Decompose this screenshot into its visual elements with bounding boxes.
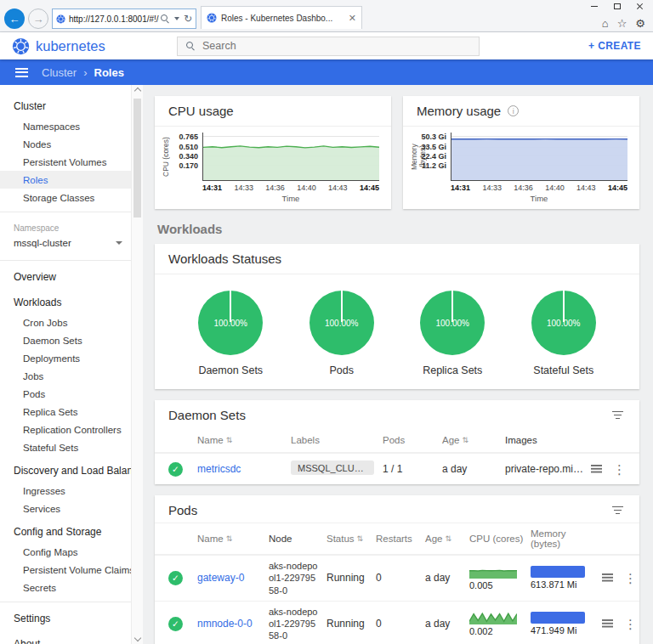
sidebar-item-jobs[interactable]: Jobs xyxy=(0,367,131,385)
filter-icon[interactable] xyxy=(610,409,626,422)
minimize-icon xyxy=(591,6,598,7)
sidebar-item-storage-classes[interactable]: Storage Classes xyxy=(0,189,131,206)
kebab-menu-icon[interactable]: ⋮ xyxy=(624,620,637,628)
gear-icon[interactable]: ⚙ xyxy=(635,18,645,29)
y-tick: 50.3 Gi xyxy=(421,133,446,141)
browser-forward-button[interactable]: → xyxy=(28,8,48,29)
sidebar-scrollbar-thumb[interactable] xyxy=(133,99,141,217)
logs-icon[interactable] xyxy=(602,619,613,629)
logs-icon[interactable] xyxy=(602,573,613,583)
sidebar-item-secrets[interactable]: Secrets xyxy=(0,579,131,596)
sort-icon[interactable]: ⇅ xyxy=(462,436,468,444)
logs-icon[interactable] xyxy=(591,465,602,474)
x-tick: 14:40 xyxy=(545,184,565,192)
sidebar-item-nodes[interactable]: Nodes xyxy=(0,135,131,153)
cpu-value: 0.005 xyxy=(469,580,493,590)
sort-icon[interactable]: ⇅ xyxy=(445,534,451,543)
sidebar-item-ingresses[interactable]: Ingresses xyxy=(0,482,131,500)
donut-label: Pods xyxy=(330,364,355,376)
breadcrumb-separator: › xyxy=(83,66,87,79)
window-minimize-button[interactable] xyxy=(582,0,605,13)
cpu-usage-chart xyxy=(202,133,379,181)
sidebar-scrollbar[interactable] xyxy=(131,85,143,644)
sort-icon[interactable]: ⇅ xyxy=(226,534,233,543)
column-header-name[interactable]: Name⇅ xyxy=(197,534,269,544)
browser-chrome: ← → http://127.0.0.1:8001/#!/overview?na… xyxy=(0,0,653,32)
column-header-age[interactable]: Age⇅ xyxy=(425,534,469,544)
breadcrumb-cluster-link[interactable]: Cluster xyxy=(42,66,77,79)
x-tick: 14:40 xyxy=(297,184,316,192)
address-dropdown-icon[interactable] xyxy=(174,17,179,20)
sidebar-item-cron-jobs[interactable]: Cron Jobs xyxy=(0,314,131,331)
sidebar-item-daemon-sets[interactable]: Daemon Sets xyxy=(0,331,131,349)
sidebar-header-config-storage[interactable]: Config and Storage xyxy=(0,521,131,543)
scroll-up-icon[interactable] xyxy=(133,88,140,94)
pod-name-link[interactable]: gateway-0 xyxy=(197,572,269,584)
sidebar-item-settings[interactable]: Settings xyxy=(0,607,131,630)
sidebar-item-persistent-volumes[interactable]: Persistent Volumes xyxy=(0,153,131,171)
sidebar-header-discovery[interactable]: Discovery and Load Balancing xyxy=(0,460,131,482)
y-tick: 0.170 xyxy=(179,161,198,170)
donut-label: Replica Sets xyxy=(423,364,482,376)
sidebar-item-persistent-volume-claims[interactable]: Persistent Volume Claims xyxy=(0,561,131,579)
sidebar-item-replication-controllers[interactable]: Replication Controllers xyxy=(0,421,131,438)
x-tick: 14:45 xyxy=(360,184,379,192)
sidebar-header-workloads[interactable]: Workloads xyxy=(0,291,131,314)
sidebar-item-config-maps[interactable]: Config Maps xyxy=(0,543,131,561)
sidebar-item-services[interactable]: Services xyxy=(0,500,131,517)
home-icon[interactable]: ⌂ xyxy=(602,18,609,29)
breadcrumb: Cluster › Roles xyxy=(42,66,124,79)
favorites-star-icon[interactable]: ☆ xyxy=(617,18,627,29)
address-search-icon[interactable] xyxy=(161,14,170,24)
namespace-value: mssql-cluster xyxy=(14,238,71,248)
sidebar-item-roles[interactable]: Roles xyxy=(0,171,131,189)
sort-icon[interactable]: ⇅ xyxy=(226,436,233,444)
sidebar-item-replica-sets[interactable]: Replica Sets xyxy=(0,403,131,421)
donut-stateful-sets: 100.00% Stateful Sets xyxy=(513,291,615,376)
daemon-sets-card: Daemon Sets Name⇅ Labels Pods Age⇅ Image… xyxy=(155,400,639,484)
column-header-status[interactable]: Status⇅ xyxy=(326,534,376,544)
sidebar-item-overview[interactable]: Overview xyxy=(0,266,131,288)
sidebar-item-pods[interactable]: Pods xyxy=(0,385,131,403)
create-button[interactable]: + CREATE xyxy=(588,40,641,52)
address-bar[interactable]: http://127.0.0.1:8001/#!/overview?namesp… xyxy=(52,8,196,29)
tab-close-icon[interactable]: ✕ xyxy=(349,13,356,24)
daemonset-name-link[interactable]: metricsdc xyxy=(197,463,291,475)
browser-back-button[interactable]: ← xyxy=(4,8,25,29)
donut-daemon-sets: 100.00% Daemon Sets xyxy=(179,291,281,376)
filter-icon[interactable] xyxy=(610,504,626,517)
sidebar-item-stateful-sets[interactable]: Stateful Sets xyxy=(0,438,131,456)
namespace-select[interactable]: mssql-cluster xyxy=(0,234,131,255)
kebab-menu-icon[interactable]: ⋮ xyxy=(613,466,626,473)
column-header-restarts: Restarts xyxy=(376,534,425,544)
search-icon xyxy=(186,42,196,51)
status-donuts: 100.00% Daemon Sets 100.00% Pods 100.00%… xyxy=(155,274,639,389)
column-header-age[interactable]: Age⇅ xyxy=(442,435,505,445)
kebab-menu-icon[interactable]: ⋮ xyxy=(624,574,637,582)
pod-name-link[interactable]: nmnode-0-0 xyxy=(197,618,269,630)
node-value: aks-nodepool1-22979558-0 xyxy=(269,606,326,642)
browser-tab[interactable]: Roles - Kubernetes Dashbo... ✕ xyxy=(201,6,362,29)
cpu-sparkline xyxy=(469,612,517,624)
cpu-usage-card: CPU usage CPU (cores) 0.765 0.510 0.340 … xyxy=(155,96,391,209)
x-tick: 14:33 xyxy=(234,184,253,192)
search-input[interactable] xyxy=(202,40,472,52)
table-row: ✓ nmnode-0-0 aks-nodepool1-22979558-0 Ru… xyxy=(155,601,639,644)
sidebar-item-about[interactable]: About xyxy=(0,633,131,644)
window-maximize-button[interactable] xyxy=(605,0,628,13)
refresh-icon[interactable]: ↻ xyxy=(184,14,192,24)
sidebar-item-deployments[interactable]: Deployments xyxy=(0,349,131,367)
x-tick: 14:43 xyxy=(328,184,348,192)
y-tick: 11.2 Gi xyxy=(422,161,446,170)
cpu-x-ticks: 14:31 14:33 14:36 14:40 14:43 14:45 xyxy=(202,184,379,192)
kubernetes-logo[interactable]: kubernetes xyxy=(12,37,146,55)
menu-button[interactable] xyxy=(15,68,28,77)
memory-bar xyxy=(531,566,585,578)
window-close-button[interactable] xyxy=(628,0,651,13)
scroll-down-icon[interactable] xyxy=(133,635,140,641)
sort-icon[interactable]: ⇅ xyxy=(357,534,364,543)
info-icon[interactable] xyxy=(508,105,519,116)
sidebar-header-cluster[interactable]: Cluster xyxy=(0,95,131,117)
column-header-name[interactable]: Name⇅ xyxy=(197,435,291,445)
sidebar-item-namespaces[interactable]: Namespaces xyxy=(0,117,131,135)
